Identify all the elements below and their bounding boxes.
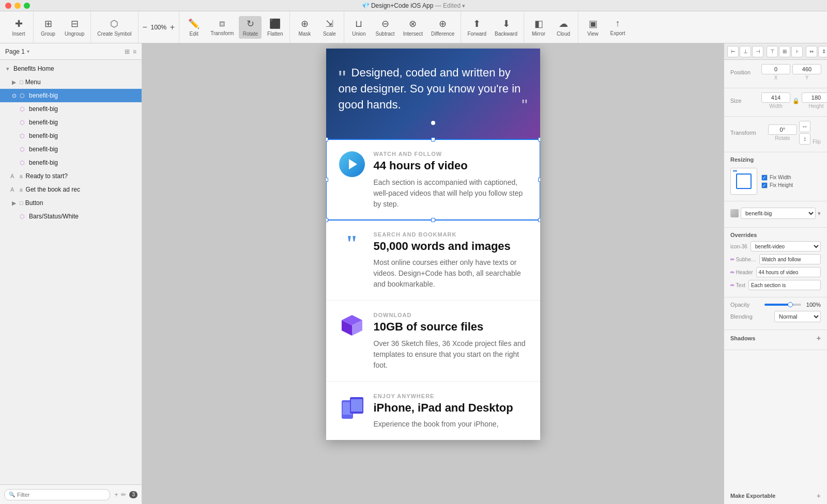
ungroup-icon: ⊟ <box>71 18 79 29</box>
zoom-in-button[interactable]: + <box>170 23 175 32</box>
insert-button[interactable]: ✚ Insert <box>7 16 30 39</box>
align-top-button[interactable]: ⊤ <box>767 46 778 57</box>
union-button[interactable]: ⊔ Union <box>347 16 370 39</box>
tree-item-get-book[interactable]: A a Get the book ad rec <box>0 183 142 196</box>
benefit-card-3[interactable]: ENJOY ANYWHERE iPhone, iPad and Desktop … <box>326 382 540 440</box>
flatten-button[interactable]: ⬛ Flatten <box>264 16 286 39</box>
edit-button[interactable]: ✏️ Edit <box>182 16 205 39</box>
handle-tl[interactable] <box>326 137 328 141</box>
main-toolbar: ✚ Insert ⊞ Group ⊟ Ungroup ⬡ Create Symb… <box>0 11 827 43</box>
flip-h-button[interactable]: ↔ <box>799 121 810 132</box>
blending-row: Blending Normal <box>730 311 821 322</box>
tree-item-menu[interactable]: ▶ □ Menu <box>0 75 142 89</box>
create-symbol-button[interactable]: ⬡ Create Symbol <box>94 16 134 39</box>
size-w-field: Width <box>761 92 790 109</box>
subtract-button[interactable]: ⊖ Subtract <box>372 16 397 39</box>
backward-button[interactable]: ⬇ Backward <box>492 16 520 39</box>
distribute-v-button[interactable]: ⇕ <box>818 46 827 57</box>
panel-icon-grid[interactable]: ⊞ <box>125 48 130 55</box>
rotate-input[interactable] <box>768 124 797 135</box>
tree-item-button[interactable]: ▶ □ Button <box>0 196 142 210</box>
tree-item-bars-status[interactable]: ⬡ Bars/Status/White <box>0 210 142 223</box>
override-select-0[interactable]: benefit-video <box>751 241 821 251</box>
benefit-card-0[interactable]: WATCH AND FOLLOW 44 hours of video Each … <box>326 139 540 219</box>
search-icon: 🔍 <box>9 492 15 497</box>
export-icon: ↑ <box>616 18 620 29</box>
search-box[interactable]: 🔍 <box>4 489 110 500</box>
make-exportable-row: Make Exportable + <box>724 487 827 504</box>
add-export-button[interactable]: + <box>817 492 821 500</box>
align-bottom-button[interactable]: ⊦ <box>791 46 803 57</box>
filter-input[interactable] <box>17 492 105 498</box>
tree-item-benefit-big-1[interactable]: ⊙ ⬡ benefit-big <box>0 89 142 102</box>
tree-item-benefit-big-4[interactable]: ⬡ benefit-big <box>0 129 142 143</box>
benefit-card-2[interactable]: DOWNLOAD 10GB of source files Over 36 Sk… <box>326 301 540 381</box>
size-h-input[interactable] <box>802 92 827 103</box>
transform-button[interactable]: ⧈ Transform <box>207 16 237 38</box>
fix-width-option[interactable]: ✓ Fix Width <box>761 175 793 181</box>
group-button[interactable]: ⊞ Group <box>37 16 59 39</box>
fix-height-checkbox[interactable]: ✓ <box>761 182 768 188</box>
rotate-button[interactable]: ↻ Rotate <box>239 16 262 39</box>
override-value-3[interactable]: Each section is <box>748 280 821 290</box>
override-value-1[interactable]: Watch and follow <box>759 254 821 264</box>
add-shadow-button[interactable]: + <box>817 334 821 342</box>
flip-v-button[interactable]: ↕ <box>799 133 810 145</box>
handle-ml[interactable] <box>326 178 328 182</box>
align-right-button[interactable]: ⊣ <box>752 46 763 57</box>
resizing-content: ✓ Fix Width ✓ Fix Height <box>730 166 821 197</box>
align-center-v-button[interactable]: ⊞ <box>779 46 790 57</box>
fix-height-option[interactable]: ✓ Fix Height <box>761 182 793 188</box>
opacity-slider[interactable] <box>764 304 801 306</box>
tree-root-item[interactable]: ▾ Benefits Home <box>0 62 142 75</box>
export-button[interactable]: ↑ Export <box>606 16 629 38</box>
pos-y-input[interactable] <box>792 64 821 74</box>
toolbar-edit-group: ✏️ Edit ⧈ Transform ↻ Rotate ⬛ Flatten <box>179 11 290 43</box>
tree-item-benefit-big-2[interactable]: ⬡ benefit-big <box>0 102 142 116</box>
toolbar-mask-scale-group: ⊕ Mask ⇲ Scale <box>290 11 344 43</box>
zoom-out-button[interactable]: − <box>143 23 147 32</box>
handle-tr[interactable] <box>538 137 540 141</box>
symbol-select[interactable]: benefit-big <box>741 208 816 219</box>
ungroup-button[interactable]: ⊟ Ungroup <box>62 16 87 39</box>
tree-item-benefit-big-5[interactable]: ⬡ benefit-big <box>0 143 142 156</box>
tree-item-benefit-big-6[interactable]: ⬡ benefit-big <box>0 156 142 169</box>
add-layer-icon[interactable]: + <box>114 491 118 498</box>
layers-tree: ▾ Benefits Home ▶ □ Menu ⊙ ⬡ benefit-big… <box>0 60 142 484</box>
minimize-button[interactable] <box>14 3 21 9</box>
forward-icon: ⬆ <box>473 18 481 29</box>
cloud-button[interactable]: ☁ Cloud <box>552 16 575 39</box>
difference-button[interactable]: ⊕ Difference <box>428 16 457 39</box>
view-button[interactable]: ▣ View <box>581 16 604 39</box>
edit-layer-icon[interactable]: ✏ <box>121 491 126 498</box>
benefit-card-1[interactable]: " SEARCH AND BOOKMARK 50,000 words and i… <box>326 220 540 301</box>
close-button[interactable] <box>5 3 11 9</box>
fix-width-checkbox[interactable]: ✓ <box>761 175 768 181</box>
mirror-button[interactable]: ◧ Mirror <box>527 16 550 39</box>
align-left-button[interactable]: ⊢ <box>727 46 739 57</box>
scale-button[interactable]: ⇲ Scale <box>318 16 341 39</box>
symbol-select-row: benefit-big ▾ <box>730 208 821 219</box>
size-w-input[interactable] <box>761 92 790 103</box>
fullscreen-button[interactable] <box>24 3 30 9</box>
panel-icon-list[interactable]: ≡ <box>133 48 136 55</box>
forward-button[interactable]: ⬆ Forward <box>464 16 489 39</box>
blending-select[interactable]: Normal <box>774 311 821 322</box>
window-controls[interactable] <box>5 3 30 9</box>
handle-mr[interactable] <box>538 178 540 182</box>
intersect-button[interactable]: ⊗ Intersect <box>400 16 426 39</box>
layer-badge: 3 <box>129 491 137 498</box>
mask-button[interactable]: ⊕ Mask <box>293 16 316 39</box>
page-selector[interactable]: Page 1 ▾ ⊞ ≡ <box>0 43 142 60</box>
override-value-2[interactable]: 44 hours of video <box>756 267 821 277</box>
pos-x-input[interactable] <box>761 64 790 74</box>
opacity-thumb[interactable] <box>788 302 793 307</box>
handle-tc[interactable] <box>431 137 435 141</box>
align-center-h-button[interactable]: ⊥ <box>740 46 751 57</box>
tree-item-benefit-big-3[interactable]: ⬡ benefit-big <box>0 116 142 129</box>
benefit-eyebrow-3: ENJOY ANYWHERE <box>374 393 528 399</box>
canvas[interactable]: " Designed, coded and written by one des… <box>142 43 724 504</box>
distribute-h-button[interactable]: ⇔ <box>806 46 817 57</box>
overrides-title: Overrides <box>730 232 821 238</box>
tree-item-ready[interactable]: A a Ready to start? <box>0 169 142 183</box>
